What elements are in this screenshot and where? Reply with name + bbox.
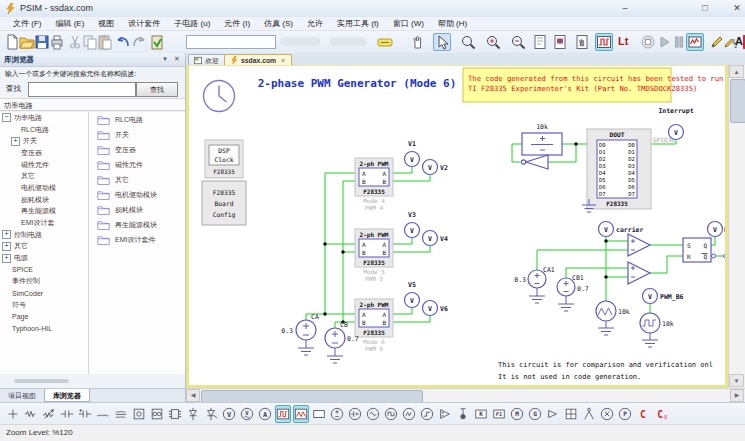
voltage-probe-v2[interactable]: V V2 [423, 160, 448, 175]
voltage-scope-icon[interactable] [275, 405, 291, 423]
coupled-inductor-icon[interactable] [114, 406, 128, 422]
pwm-block-2[interactable]: 2-ph PWM A A B B F28335 Mode 5 PWM 5 [355, 229, 393, 282]
pwm-block-1[interactable]: 2-ph PWM A A B B F28335 Mode 4 PWM 4 [355, 158, 393, 211]
voltage-probe-v6[interactable]: V V6 [423, 301, 448, 316]
minimize-button[interactable]: – [618, 2, 632, 14]
redo-icon[interactable] [131, 34, 147, 50]
voltage-probe-v3[interactable]: V V3 [405, 211, 420, 238]
dout-block[interactable]: DOUT D0 D1 D2 D3 D4 D5 D6 D7 D0 D1 D2 D3… [582, 129, 651, 212]
print-icon[interactable] [49, 34, 65, 50]
scroll-down-icon[interactable]: ▼ [729, 374, 744, 387]
current-probe-icon[interactable]: A [258, 406, 272, 422]
c-block-icon[interactable]: C [654, 406, 668, 422]
menu-item-window[interactable]: 窗口 (W) [386, 18, 431, 29]
fit-page-icon[interactable] [532, 34, 548, 50]
pan-icon[interactable] [410, 34, 426, 50]
buffer-icon[interactable] [546, 406, 560, 422]
tree-item[interactable]: 电机驱动模 [0, 182, 88, 194]
voltage-probe-carrier[interactable]: V carrier [599, 222, 644, 237]
voltage-probe-pwm[interactable]: V PWM [708, 222, 729, 237]
tree-item[interactable]: SPICE [0, 264, 88, 276]
menu-item-edit[interactable]: 编辑 (E) [48, 18, 91, 29]
dc-source-cb1[interactable]: CB1 0.7 [557, 274, 589, 311]
library-folder[interactable]: EMI设计套件 [89, 232, 185, 247]
pause-icon[interactable] [671, 34, 687, 50]
tree-item[interactable]: SimCoder [0, 287, 88, 299]
tree-item[interactable]: 再生能源模 [0, 206, 88, 218]
lt-icon[interactable]: Lt [618, 35, 628, 47]
library-folder[interactable]: 磁性元件 [89, 157, 185, 172]
pan-page-icon[interactable] [574, 34, 590, 50]
transformer-icon[interactable] [132, 406, 146, 422]
maximize-button[interactable]: □ [698, 2, 712, 14]
battery-icon[interactable] [348, 406, 362, 422]
resistor-icon[interactable] [24, 406, 38, 422]
find-button[interactable]: 查找 [136, 82, 178, 97]
voltage-probe-interrupt[interactable]: V Interrupt [658, 107, 693, 140]
current-scope-icon[interactable] [293, 405, 309, 423]
library-folder[interactable]: 变压器 [89, 142, 185, 157]
dc-source-cb[interactable]: CB 0.7 [325, 321, 359, 363]
rheostat-icon[interactable] [42, 406, 56, 422]
tree-item[interactable]: RLC电路 [0, 124, 88, 136]
pwm-block-3[interactable]: 2-ph PWM A A B B F28335 Mode 6 PWM 6 [355, 299, 393, 352]
tree-item[interactable]: +电源 [0, 252, 88, 264]
tab-project-view[interactable]: 项目视图 [0, 389, 44, 402]
tree-item[interactable]: +控制电路 [0, 229, 88, 241]
undo-icon[interactable] [115, 34, 131, 50]
triangle-wave-source[interactable]: 10k [596, 301, 630, 335]
step-source-icon[interactable] [420, 406, 434, 422]
zoom-icon[interactable] [460, 34, 476, 50]
menu-item-simulate[interactable]: 仿真 (S) [257, 18, 300, 29]
voltage-probe-v4[interactable]: V V4 [423, 231, 448, 246]
menu-item-file[interactable]: 文件 (F) [6, 18, 48, 29]
tree-item[interactable]: 变压器 [0, 147, 88, 159]
dc-source-ca[interactable]: CA 0.3 [281, 313, 319, 355]
three-phase-transformer-icon[interactable] [150, 406, 164, 422]
tab-close-icon[interactable]: ✕ [280, 57, 285, 65]
menu-item-subcircuit[interactable]: 子电路 (u) [167, 18, 217, 29]
library-folder[interactable]: 开关 [89, 127, 185, 142]
pi-controller-icon[interactable]: PI [492, 406, 506, 422]
square-wave-source[interactable]: 10k [640, 313, 674, 347]
gain-block-icon[interactable]: K [474, 406, 488, 422]
tree-item[interactable]: 事件控制 [0, 276, 88, 288]
mechanical-load-icon[interactable] [582, 406, 596, 422]
tree-scrollbar-thumb[interactable] [14, 379, 69, 383]
menu-item-help[interactable]: 帮助 (H) [431, 18, 474, 29]
library-folder[interactable]: 其它 [89, 172, 185, 187]
ic-chip-icon[interactable] [168, 406, 182, 422]
clock-icon[interactable] [204, 81, 235, 112]
tree-item[interactable]: 磁性元件 [0, 159, 88, 171]
scroll-right-icon[interactable]: ▶ [730, 389, 744, 402]
diode-icon[interactable] [186, 406, 200, 422]
comparator-1[interactable] [628, 234, 650, 256]
c-script-icon[interactable]: C [636, 406, 650, 422]
tab-library-browser[interactable]: 库浏览器 [44, 389, 90, 402]
thyristor-icon[interactable] [204, 406, 218, 422]
cut-icon[interactable] [67, 34, 83, 50]
schematic-canvas[interactable]: 2-phase PWM Generator (Mode 6) The code … [186, 65, 728, 388]
sr-latch-block[interactable]: S Q R Q [683, 238, 727, 262]
close-button[interactable]: ✕ [730, 2, 744, 14]
menu-item-elements[interactable]: 元件 (I) [217, 18, 257, 29]
vertical-scrollbar[interactable]: ▲ ▼ [728, 65, 745, 388]
collapse-icon[interactable]: − [2, 113, 11, 122]
open-file-icon[interactable] [19, 34, 35, 50]
capacitor-icon[interactable] [60, 406, 74, 422]
menu-item-utilities[interactable]: 实用工具 (t) [330, 18, 386, 29]
save-icon[interactable] [34, 34, 50, 50]
text-icon[interactable]: A [735, 35, 743, 47]
mux-block-icon[interactable] [564, 406, 578, 422]
voltage-probe-v5[interactable]: V V5 [405, 281, 420, 308]
menu-item-options[interactable]: 允许 [300, 18, 330, 29]
tree-item[interactable]: Page [0, 311, 88, 323]
square-source-icon[interactable] [384, 406, 398, 422]
tree-item[interactable]: 损耗模块 [0, 194, 88, 206]
current-sensor-icon[interactable] [456, 406, 470, 422]
expand-icon[interactable]: + [2, 242, 11, 251]
expand-icon[interactable]: + [11, 137, 20, 146]
zoom-in-icon[interactable] [485, 34, 501, 50]
vertical-scroll-thumb[interactable] [730, 79, 745, 123]
run-simulation-icon[interactable] [595, 33, 613, 51]
